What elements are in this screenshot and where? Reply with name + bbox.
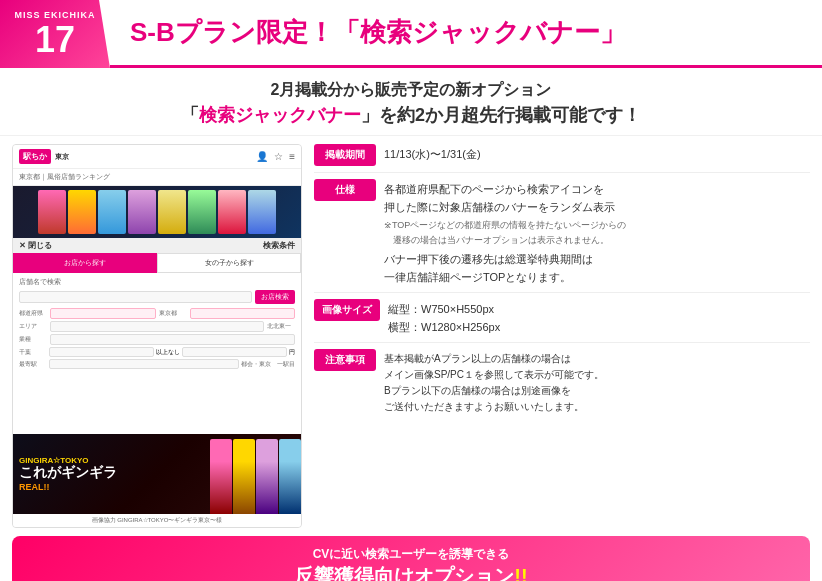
divider-2	[314, 292, 810, 293]
mock-screenshot: 駅ちか 東京 👤 ☆ ≡ 東京都｜風俗店舗ランキング	[12, 144, 302, 528]
cta-line1: CVに近い検索ユーザーを誘導できる	[313, 546, 510, 563]
area2-label2: 北北東一	[267, 322, 295, 331]
mock-search-button[interactable]: お店検索	[255, 290, 295, 304]
price-min[interactable]	[49, 347, 154, 357]
brand-panel: MISS EKICHIKA 17	[0, 0, 110, 68]
mock-promo-main: これがギンギラ	[19, 465, 295, 480]
mock-app-bar: 駅ちか 東京 👤 ☆ ≡	[13, 145, 301, 169]
mock-genre-row: 業種	[19, 334, 295, 345]
size-row: 画像サイズ 縦型：W750×H550px 横型：W1280×H256px	[314, 299, 810, 336]
mock-search-form: 店舗名で検索 お店検索 都道府県 東京都 エリア 北北東一 業種 千葉	[13, 273, 301, 434]
mock-promo-content: GINGIRA☆TOKYO これがギンギラ REAL!!	[13, 452, 301, 496]
area-label: 都道府県	[19, 309, 47, 318]
search-condition-label: 検索条件	[263, 240, 295, 251]
tagline-line1: 2月掲載分から販売予定の新オプション	[10, 80, 812, 101]
mock-search-header: ✕ 閉じる 検索条件	[13, 238, 301, 253]
mock-girl-5	[158, 190, 186, 234]
mock-girl-2	[68, 190, 96, 234]
mock-search-input-row: お店検索	[19, 290, 295, 304]
caution-value: 基本掲載がAプラン以上の店舗様の場合は メイン画像SP/PC１を参照して表示が可…	[384, 349, 810, 415]
area-input[interactable]	[50, 308, 156, 319]
header-title-area: S-Bプラン限定！「検索ジャックバナー」	[110, 0, 822, 68]
title-prefix: S-Bプラン限定！「	[130, 17, 360, 47]
price-max[interactable]	[182, 347, 287, 357]
spec-value: 各都道府県配下のページから検索アイコンを 押した際に対象店舗様のバナーをランダム…	[384, 181, 810, 216]
divider-3	[314, 342, 810, 343]
divider-1	[314, 172, 810, 173]
cta-exclaim: !!	[514, 565, 527, 581]
mock-promo-banner: GINGIRA☆TOKYO これがギンギラ REAL!!	[13, 434, 301, 514]
area-label2: 東京都	[159, 309, 187, 318]
mock-logo-sub: 東京	[55, 152, 69, 162]
area-input2[interactable]	[190, 308, 296, 319]
title-suffix: 」	[600, 17, 626, 47]
cta-line2: 反響獲得向けオプション!!	[294, 563, 527, 581]
mock-girl-8	[248, 190, 276, 234]
genre-label: 業種	[19, 335, 47, 344]
genre-input[interactable]	[50, 334, 295, 345]
star-icon: ☆	[274, 151, 283, 162]
mock-girl-1	[38, 190, 66, 234]
title-highlight: 検索ジャックバナー	[360, 17, 600, 47]
mock-banner	[13, 186, 301, 238]
mock-input-field[interactable]	[19, 291, 252, 303]
area2-label: エリア	[19, 322, 47, 331]
spec-note: ※TOPページなどの都道府県の情報を持たないページからの 遷移の場合は当バナーオ…	[384, 218, 810, 247]
caution-row: 注意事項 基本掲載がAプラン以上の店舗様の場合は メイン画像SP/PC１を参照し…	[314, 349, 810, 415]
size-value: 縦型：W750×H550px 横型：W1280×H256px	[388, 299, 810, 336]
mock-area2-row: エリア 北北東一	[19, 321, 295, 332]
tagline-prefix: 「	[181, 105, 199, 125]
person-icon: 👤	[256, 151, 268, 162]
mock-logo: 駅ちか	[19, 149, 51, 164]
page-title: S-Bプラン限定！「検索ジャックバナー」	[130, 15, 626, 50]
area2-input[interactable]	[50, 321, 264, 332]
tagline-highlight: 検索ジャックバナー	[199, 105, 361, 125]
station-input[interactable]	[49, 359, 239, 369]
mock-tab-girl[interactable]: 女の子から探す	[157, 253, 301, 273]
bottom-cta: CVに近い検索ユーザーを誘導できる 反響獲得向けオプション!!	[12, 536, 810, 581]
period-value: 11/13(水)〜1/31(金)	[384, 144, 810, 164]
tagline-line2: 「検索ジャックバナー」を約2か月超先行掲載可能です！	[10, 103, 812, 127]
mock-station-row: 最寄駅 都会・東京 一駅目	[19, 359, 295, 369]
price-separator: 以上なし	[156, 348, 180, 357]
menu-icon: ≡	[289, 151, 295, 162]
mock-price-row: 千葉 以上なし 円	[19, 347, 295, 357]
header: MISS EKICHIKA 17 S-Bプラン限定！「検索ジャックバナー」	[0, 0, 822, 68]
spec-note2: バナー押下後の遷移先は総選挙特典期間は 一律店舗詳細ページTOPとなります。	[384, 251, 810, 286]
tagline-section: 2月掲載分から販売予定の新オプション 「検索ジャックバナー」を約2か月超先行掲載…	[0, 68, 822, 136]
spec-badge: 仕様	[314, 179, 376, 201]
mock-girl-4	[128, 190, 156, 234]
mock-nav-icons: 👤 ☆ ≡	[256, 151, 295, 162]
mock-area-row: 都道府県 東京都	[19, 308, 295, 319]
price-unit: 円	[289, 348, 295, 357]
caution-badge: 注意事項	[314, 349, 376, 371]
spec-row: 仕様 各都道府県配下のページから検索アイコンを 押した際に対象店舗様のバナーをラ…	[314, 179, 810, 286]
mock-promo-tag: REAL!!	[19, 482, 295, 492]
mock-girl-7	[218, 190, 246, 234]
mock-banner-girls	[38, 190, 276, 234]
mock-genre-label: 店舗名で検索	[19, 277, 295, 287]
station-label: 最寄駅	[19, 360, 47, 369]
size-badge: 画像サイズ	[314, 299, 380, 321]
period-badge: 掲載期間	[314, 144, 376, 166]
brand-number: 17	[35, 22, 75, 58]
spec-content: 各都道府県配下のページから検索アイコンを 押した際に対象店舗様のバナーをランダム…	[384, 179, 810, 286]
info-panel: 掲載期間 11/13(水)〜1/31(金) 仕様 各都道府県配下のページから検索…	[314, 144, 810, 528]
period-row: 掲載期間 11/13(水)〜1/31(金)	[314, 144, 810, 166]
mock-search-tabs: お店から探す 女の子から探す	[13, 253, 301, 273]
cta-line2-text: 反響獲得向けオプション	[294, 565, 514, 581]
station-placeholder: 都会・東京 一駅目	[241, 360, 295, 369]
main-content: 駅ちか 東京 👤 ☆ ≡ 東京都｜風俗店舗ランキング	[0, 136, 822, 536]
price-label: 千葉	[19, 348, 47, 357]
mock-girl-6	[188, 190, 216, 234]
close-icon: ✕ 閉じる	[19, 240, 52, 251]
mock-tab-shop[interactable]: お店から探す	[13, 253, 157, 273]
mock-nav-text: 東京都｜風俗店舗ランキング	[13, 169, 301, 186]
mock-girl-3	[98, 190, 126, 234]
mock-caption: 画像協力 GINGIRA☆TOKYO〜ギンギラ東京〜様	[13, 514, 301, 527]
tagline-mid: 」を約2か月超先行掲載可能です！	[361, 105, 641, 125]
